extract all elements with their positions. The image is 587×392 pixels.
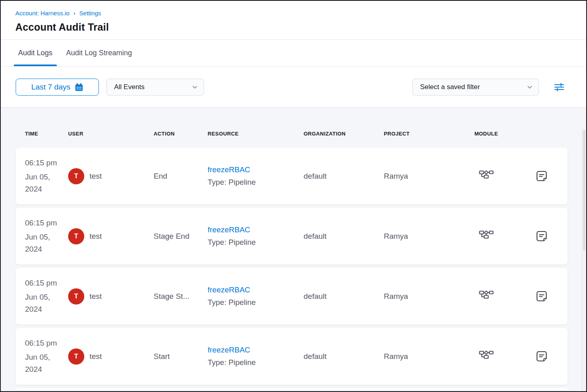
vertical-scrollbar[interactable] bbox=[582, 129, 586, 391]
chevron-down-icon bbox=[192, 84, 198, 90]
breadcrumb-account-link[interactable]: Account: Harness.io bbox=[15, 10, 69, 17]
resource-link[interactable]: freezeRBAC bbox=[208, 286, 304, 294]
filter-settings-button[interactable] bbox=[554, 82, 564, 92]
pipeline-icon bbox=[479, 170, 494, 181]
account-audit-trail-page: Account: Harness.io › Settings Account A… bbox=[0, 0, 587, 392]
event-summary-button[interactable] bbox=[535, 349, 549, 363]
chevron-down-icon bbox=[527, 84, 533, 90]
note-icon bbox=[535, 170, 548, 182]
column-header-project: PROJECT bbox=[384, 131, 457, 137]
resource-cell: freezeRBAC Type: Pipeline bbox=[208, 286, 304, 307]
table-row[interactable]: 06:15 pm Jun 05, 2024 T test Start freez… bbox=[16, 328, 568, 385]
sliders-icon bbox=[554, 82, 564, 92]
resource-cell: freezeRBAC Type: Pipeline bbox=[208, 225, 304, 247]
event-summary-button[interactable] bbox=[535, 169, 549, 183]
page-title: Account Audit Trail bbox=[15, 21, 572, 33]
table-row[interactable]: 06:15 pm Jun 05, 2024 T test Stage End f… bbox=[16, 208, 568, 265]
project-cell: Ramya bbox=[384, 232, 457, 241]
breadcrumb-settings-link[interactable]: Settings bbox=[79, 10, 101, 17]
tab-audit-logs[interactable]: Audit Logs bbox=[14, 40, 57, 66]
organization-cell: default bbox=[304, 352, 384, 361]
breadcrumb: Account: Harness.io › Settings bbox=[15, 10, 572, 17]
column-header-resource: RESOURCE bbox=[208, 131, 304, 137]
project-cell: Ramya bbox=[384, 352, 457, 361]
resource-cell: freezeRBAC Type: Pipeline bbox=[208, 165, 304, 187]
table-row-partial bbox=[16, 388, 568, 390]
avatar: T bbox=[68, 228, 84, 244]
note-cell bbox=[516, 229, 568, 243]
time-cell: 06:15 pm Jun 05, 2024 bbox=[25, 337, 68, 375]
audit-rows: 06:15 pm Jun 05, 2024 T test End freezeR… bbox=[1, 148, 586, 385]
column-header-organization: ORGANIZATION bbox=[304, 131, 384, 137]
table-row[interactable]: 06:15 pm Jun 05, 2024 T test End freezeR… bbox=[16, 148, 568, 204]
column-header-action: ACTION bbox=[154, 131, 208, 137]
table-row[interactable]: 06:15 pm Jun 05, 2024 T test Stage St...… bbox=[16, 268, 568, 325]
column-header-user: USER bbox=[68, 131, 154, 137]
column-header-module: MODULE bbox=[457, 131, 516, 137]
events-dropdown[interactable]: All Events bbox=[106, 79, 204, 96]
date-range-label: Last 7 days bbox=[31, 83, 70, 92]
user-name: test bbox=[90, 232, 102, 241]
tabs-bar: Audit Logs Audit Log Streaming bbox=[1, 40, 586, 67]
resource-type: Type: Pipeline bbox=[208, 178, 304, 187]
user-cell: T test bbox=[68, 168, 154, 184]
resource-cell: freezeRBAC Type: Pipeline bbox=[208, 346, 304, 367]
avatar: T bbox=[68, 168, 84, 184]
organization-cell: default bbox=[304, 232, 384, 241]
note-icon bbox=[535, 290, 548, 302]
event-summary-button[interactable] bbox=[535, 229, 549, 243]
events-dropdown-value: All Events bbox=[114, 83, 145, 91]
tab-audit-log-streaming[interactable]: Audit Log Streaming bbox=[62, 40, 136, 66]
user-cell: T test bbox=[68, 348, 154, 365]
note-cell bbox=[516, 349, 568, 363]
breadcrumb-chevron-icon: › bbox=[73, 10, 75, 16]
calendar-icon bbox=[75, 83, 83, 92]
saved-filter-dropdown[interactable]: Select a saved filter bbox=[412, 79, 539, 96]
project-cell: Ramya bbox=[384, 172, 457, 181]
resource-link[interactable]: freezeRBAC bbox=[208, 225, 304, 234]
organization-cell: default bbox=[304, 172, 384, 181]
user-name: test bbox=[90, 172, 102, 181]
avatar: T bbox=[68, 348, 84, 365]
time-cell: 06:15 pm Jun 05, 2024 bbox=[25, 157, 68, 195]
date-range-button[interactable]: Last 7 days bbox=[16, 79, 99, 96]
page-header: Account: Harness.io › Settings Account A… bbox=[1, 1, 586, 40]
filter-bar: Last 7 days All Events bbox=[1, 67, 586, 108]
pipeline-icon bbox=[479, 230, 494, 241]
pipeline-icon bbox=[479, 350, 494, 361]
note-cell bbox=[516, 289, 568, 303]
scrollbar-thumb[interactable] bbox=[583, 130, 585, 250]
user-name: test bbox=[90, 292, 102, 301]
event-summary-button[interactable] bbox=[535, 289, 549, 303]
saved-filter-placeholder: Select a saved filter bbox=[420, 83, 480, 91]
note-icon bbox=[535, 350, 548, 363]
user-cell: T test bbox=[68, 288, 154, 304]
resource-link[interactable]: freezeRBAC bbox=[208, 165, 304, 174]
note-icon bbox=[535, 230, 548, 242]
user-name: test bbox=[90, 352, 102, 361]
note-cell bbox=[516, 169, 568, 183]
resource-type: Type: Pipeline bbox=[208, 358, 304, 367]
pipeline-icon bbox=[479, 290, 494, 301]
avatar: T bbox=[68, 288, 84, 304]
time-cell: 06:15 pm Jun 05, 2024 bbox=[25, 217, 68, 255]
module-cell bbox=[457, 350, 516, 363]
action-cell: Start bbox=[154, 352, 208, 361]
module-cell bbox=[457, 230, 516, 243]
audit-table: TIME USER ACTION RESOURCE ORGANIZATION P… bbox=[1, 108, 586, 391]
action-cell: End bbox=[154, 172, 208, 181]
organization-cell: default bbox=[304, 292, 384, 301]
module-cell bbox=[457, 170, 516, 183]
user-cell: T test bbox=[68, 228, 154, 244]
time-cell: 06:15 pm Jun 05, 2024 bbox=[25, 277, 68, 315]
resource-type: Type: Pipeline bbox=[208, 298, 304, 307]
table-header-row: TIME USER ACTION RESOURCE ORGANIZATION P… bbox=[16, 108, 568, 148]
project-cell: Ramya bbox=[384, 292, 457, 301]
resource-type: Type: Pipeline bbox=[208, 238, 304, 247]
action-cell: Stage End bbox=[154, 232, 208, 241]
resource-link[interactable]: freezeRBAC bbox=[208, 346, 304, 354]
module-cell bbox=[457, 290, 516, 303]
action-cell: Stage St... bbox=[154, 292, 208, 301]
column-header-time: TIME bbox=[25, 131, 68, 137]
